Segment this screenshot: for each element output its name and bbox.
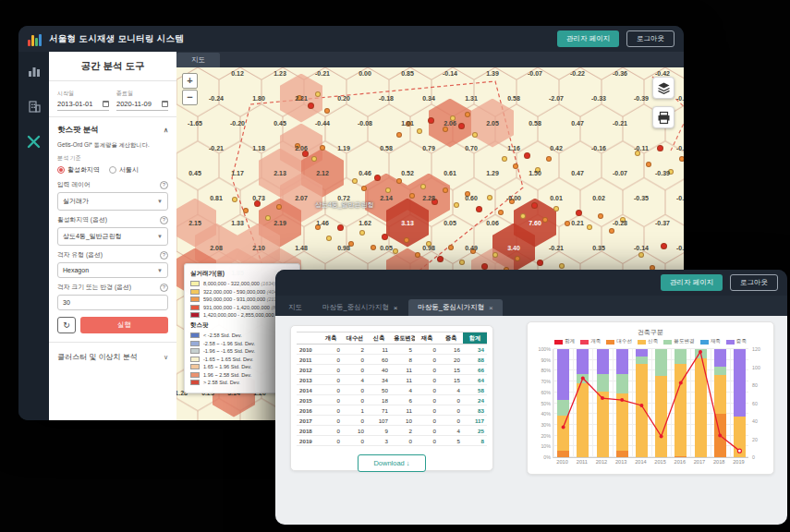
tab-majangdong-2[interactable]: 마장동_중심시가지형× [408,299,502,316]
table-cell: 117 [463,416,487,426]
table-cell: 0 [319,395,343,405]
table-row: 20110060802088 [297,355,487,365]
hexagon-value-label: 1.18 [252,145,265,151]
bar-segment [557,400,569,416]
hexagon-value-label: 0.45 [273,120,286,127]
logout-button[interactable]: 로그아웃 [626,30,675,47]
hexagon-value-label: 0.79 [422,145,435,151]
hexagon-value-label: 0.73 [252,195,265,201]
analysis-tools-icon[interactable] [27,135,41,149]
cluster-section-header[interactable]: 클러스터 및 이상치 분석∨ [49,342,176,371]
tab-map[interactable]: 지도 [176,53,220,67]
grid-size-input[interactable]: 30 [57,295,168,310]
table-cell: 0 [319,385,343,395]
run-button[interactable]: 실행 [80,317,168,333]
bar-segment [714,349,726,367]
input-layer-select[interactable]: 실거래가▼ [57,192,168,211]
map-point-marker [609,228,614,234]
table-cell: 83 [463,405,487,416]
bar-segment [636,349,648,357]
table-cell: 88 [463,355,487,365]
zoom-out-button[interactable]: − [182,90,198,105]
bar-segment [557,416,569,451]
hexagon-value-label: -0.00 [506,195,521,201]
x-axis-label: 2011 [572,459,591,465]
bar-segment [616,451,628,457]
app-title: 서울형 도시재생 모니터링 시스템 [49,33,184,45]
admin-page-button[interactable]: 관리자 페이지 [557,30,619,47]
gridline [573,349,574,457]
tab-map[interactable]: 지도 [279,299,311,316]
hexagon-value-label: 2.19 [273,220,286,226]
hexagon-value-label: 0.61 [444,170,456,176]
logout-button[interactable]: 로그아웃 [730,274,778,291]
admin-page-button[interactable]: 관리자 페이지 [661,274,723,291]
table-cell: 40 [367,365,391,375]
table-cell: 66 [463,365,487,375]
table-cell: 0 [343,365,367,375]
chart-legend-item: 재축 [700,338,721,345]
hexagon-value-label: 1.01 [401,120,414,127]
hexagon-value-label: 0.34 [422,95,435,102]
hexagon-value-label: 0.49 [465,245,478,251]
table-cell: 2014 [297,385,319,395]
building-nav-icon[interactable] [28,100,41,113]
table-header-cell[interactable]: 합계 [463,332,487,345]
activation-area-select[interactable]: 상도4동_일반근린형▼ [57,227,168,246]
hexagon-value-label: 0.58 [507,95,520,102]
table-cell: 2019 [297,436,319,446]
map-point-marker [657,145,663,151]
map-point-marker [520,213,526,219]
tab-majangdong-1[interactable]: 마장동_중심시가지형× [313,299,407,316]
chart-x-axis: 2010201120122013201420152016201720182019 [553,458,748,469]
help-icon[interactable]: ? [160,216,168,224]
table-row: 20100211501634 [297,345,487,355]
activation-area-label: 활성화지역 (옵션) [57,215,107,224]
hexagon-value-label: -0.42 [676,95,684,102]
start-date-input[interactable]: 2013-01-01 [57,100,109,111]
hexagon-value-label: -0.21 [549,245,564,251]
table-cell: 2010 [297,345,319,355]
chart-legend: 합계개축대수선신축용도변경재축증축 [533,338,768,345]
map-point-marker [472,132,478,138]
chart-plot-area: 0%10%20%30%40%50%60%70%80%90%100%0204060… [553,349,748,458]
layers-button[interactable] [652,77,675,99]
detail-window: 관리자 페이지 로그아웃 지도마장동_중심시가지형×마장동_중심시가지형× 개축… [275,270,787,525]
right-axis-tick: 100 [752,365,760,370]
download-button[interactable]: Download ↓ [358,454,425,472]
end-date-input[interactable]: 2020-11-09 [116,100,168,111]
print-button[interactable] [652,106,675,128]
grid-type-select[interactable]: Hexagon▼ [57,262,168,278]
close-icon[interactable]: × [394,304,398,312]
radio-seoul-city[interactable]: 서울시 [109,165,139,175]
map-point-marker [465,112,470,117]
map-point-marker [371,245,376,250]
left-axis-tick: 50% [541,401,551,406]
right-axis-tick: 40 [752,418,758,424]
table-cell: 0 [415,426,439,436]
window2-tabbar: 지도마장동_중심시가지형×마장동_중심시가지형× [275,296,787,316]
right-axis-tick: 60 [752,401,758,406]
map-point-marker [524,152,530,159]
table-cell: 0 [343,436,367,446]
hexagon-value-label: 1.33 [231,220,244,226]
help-icon[interactable]: ? [160,284,168,292]
hexagon-value-label: 0.00 [359,70,371,77]
map-point-marker [311,156,317,162]
radio-activation-area[interactable]: 활성화지역 [57,165,100,175]
window2-titlebar: 관리자 페이지 로그아웃 [275,270,787,296]
x-axis-label: 2013 [612,459,631,465]
table-cell: 4 [391,385,415,395]
table-header-cell: 신축 [367,332,391,345]
zoom-in-button[interactable]: + [182,73,198,89]
chart-nav-icon[interactable] [28,65,41,78]
table-cell: 0 [415,385,439,395]
hexagon-value-label: 0.06 [486,220,499,226]
map-point-marker [679,156,684,162]
gridline [690,349,691,457]
hotspot-section-header[interactable]: 핫스팟 분석∧ [57,125,168,136]
help-icon[interactable]: ? [160,181,168,189]
reset-button[interactable]: ↻ [57,317,76,333]
close-icon[interactable]: × [489,304,493,312]
help-icon[interactable]: ? [160,251,168,260]
